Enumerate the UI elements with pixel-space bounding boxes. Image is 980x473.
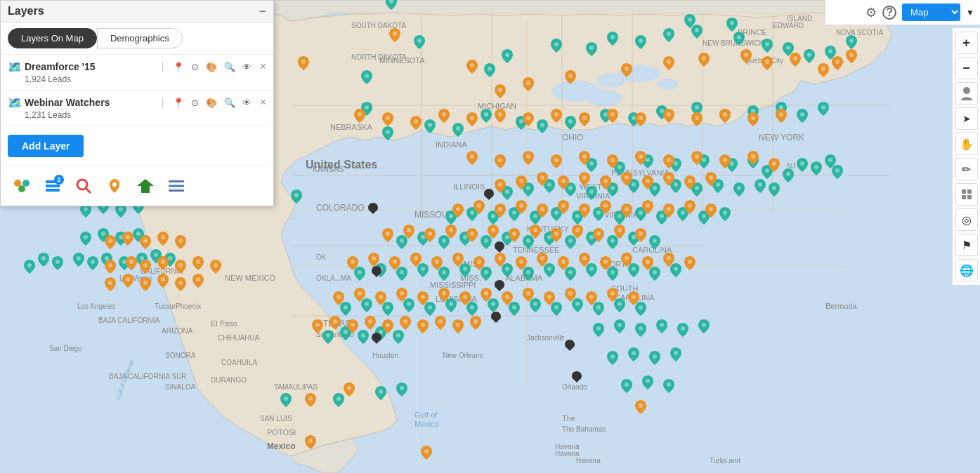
svg-text:MISS.: MISS. [464,260,485,268]
svg-text:The: The [562,414,575,422]
bottom-toolbar: 2 [1,166,273,206]
toolbar-stack-btn[interactable]: 2 [39,172,67,200]
svg-point-408 [112,182,117,187]
svg-text:VIRGINIA: VIRGINIA [576,192,610,200]
add-layer-row: Add Layer [1,126,273,166]
svg-text:CAROLINA: CAROLINA [632,246,672,254]
divider2: | [162,96,164,109]
toolbar-menu-btn[interactable] [162,172,190,200]
layer-close-webinar[interactable]: × [260,96,266,109]
layer-color-btn2[interactable]: 🎨 [204,98,218,108]
toolbar-search-btn[interactable] [70,172,98,200]
svg-text:CAROLINA: CAROLINA [615,293,655,302]
svg-text:Phoenix: Phoenix [176,302,201,310]
svg-text:NEBRASKA: NEBRASKA [330,123,373,131]
svg-text:Gulf of: Gulf of [414,411,438,419]
svg-point-3 [587,90,622,107]
svg-text:Turks and: Turks and [710,457,740,465]
svg-rect-404 [46,185,60,187]
layer-pin-btn[interactable]: 📍 [171,62,185,72]
layer-icon-webinar: 🗺️ [8,96,20,109]
layers-panel: Layers − Layers On Map Demographics 🗺️ D… [0,0,274,206]
globe-button[interactable]: 🌐 [955,259,978,281]
layer-visibility-btn2[interactable]: 👁 [241,98,253,108]
toolbar-pin-btn[interactable] [100,172,129,200]
svg-text:INDIANA: INDIANA [436,140,467,149]
map-type-select[interactable]: Map Satellite Hybrid Terrain [902,4,960,21]
svg-text:SONORA: SONORA [165,352,196,359]
svg-text:MICHIGAN: MICHIGAN [478,102,516,110]
svg-point-413 [963,87,970,94]
zoom-in-button[interactable]: + [955,32,978,54]
svg-marker-409 [137,179,154,193]
svg-text:SOUTH: SOUTH [611,284,639,293]
svg-point-400 [14,180,21,187]
layer-color-btn[interactable]: 🎨 [204,62,218,72]
layers-minimize-button[interactable]: − [259,5,266,18]
navigate-button[interactable]: ➤ [955,107,978,130]
layers-title: Layers [8,5,44,18]
layer-search-btn2[interactable]: 🔍 [223,98,237,108]
layer-icon-dreamforce: 🗺️ [8,60,20,73]
toolbar-arrow-btn[interactable] [131,172,159,200]
svg-text:New Orleans: New Orleans [443,352,483,359]
svg-text:POTOSI: POTOSI [267,428,296,437]
pencil-button[interactable]: ✏ [955,158,978,180]
layer-close-dreamforce[interactable]: × [260,60,266,73]
svg-text:NORTH DAKOTA: NORTH DAKOTA [351,53,407,61]
svg-text:VIRGINIA: VIRGINIA [604,211,639,219]
svg-text:MISSISSIPPI: MISSISSIPPI [430,281,476,289]
svg-rect-414 [962,189,966,194]
svg-text:OK: OK [316,253,327,261]
svg-rect-405 [46,189,60,192]
divider: | [162,60,164,73]
svg-text:ARIZONA: ARIZONA [162,327,193,335]
svg-text:Mexico: Mexico [267,441,296,451]
layer-leads-dreamforce: 1,924 Leads [8,74,266,84]
svg-text:EDWARD: EDWARD [773,22,804,29]
grid-button[interactable] [955,183,978,206]
layer-target-btn[interactable]: ⊙ [190,62,200,72]
svg-text:COAHUILA: COAHUILA [221,359,257,366]
flag-button[interactable]: ⚑ [955,234,978,256]
svg-text:Orlando: Orlando [562,383,587,391]
layer-search-btn[interactable]: 🔍 [223,62,237,72]
layer-visibility-btn[interactable]: 👁 [241,62,253,72]
layer-target-btn2[interactable]: ⊙ [190,98,200,108]
svg-line-407 [86,188,91,193]
svg-text:Mexico: Mexico [414,420,439,428]
svg-text:BAJA CALIFORNIA SUR: BAJA CALIFORNIA SUR [109,373,187,380]
svg-point-5 [657,79,678,90]
tab-demographics[interactable]: Demographics [97,28,183,48]
svg-text:NORTH: NORTH [604,260,632,268]
svg-point-4 [618,65,660,82]
svg-text:Tucson: Tucson [155,302,177,310]
circle-button[interactable]: ◎ [955,208,978,231]
layer-leads-webinar: 1,231 Leads [8,110,266,120]
help-icon[interactable]: ? [882,6,896,20]
svg-text:MISSOURI: MISSOURI [414,210,456,220]
svg-text:OHIO: OHIO [562,133,584,142]
svg-text:SAN LUIS: SAN LUIS [260,415,292,422]
settings-icon[interactable]: ⚙ [865,5,877,20]
svg-text:NEW BRUNSWICK: NEW BRUNSWICK [703,39,764,47]
svg-text:COLORADO: COLORADO [316,203,365,213]
svg-text:San Antonio: San Antonio [316,331,354,338]
svg-text:Houston: Houston [372,352,398,359]
right-sidebar: + − ➤ ✋ ✏ ◎ ⚑ 🌐 [952,28,980,285]
person-icon-button[interactable] [955,82,978,105]
tab-layers-on-map[interactable]: Layers On Map [8,28,97,48]
layer-pin-btn2[interactable]: 📍 [171,98,185,108]
add-layer-button[interactable]: Add Layer [8,135,84,157]
svg-text:Los Angeles: Los Angeles [77,302,116,310]
zoom-out-button[interactable]: − [955,57,978,79]
svg-point-406 [77,180,87,189]
layer-items: 🗺️ Dreamforce '15 | 📍 ⊙ 🎨 🔍 👁 × 1,924 Le… [1,55,273,126]
svg-rect-417 [967,195,972,199]
svg-text:Québec City: Québec City [745,57,783,65]
map-expand-btn[interactable]: ▼ [966,8,974,18]
svg-rect-412 [169,189,184,192]
hand-tool-button[interactable]: ✋ [955,133,978,155]
layer-name-webinar: Webinar Watchers [25,97,155,108]
toolbar-layers-btn[interactable] [8,172,36,200]
